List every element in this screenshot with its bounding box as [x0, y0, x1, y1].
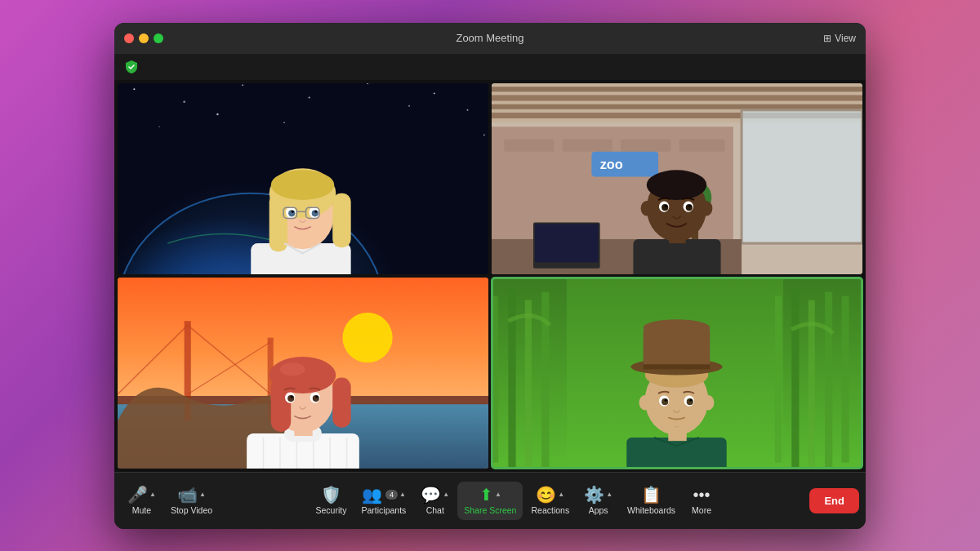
participants-chevron-icon: ▲ — [399, 491, 406, 498]
titlebar: Zoom Meeting ⊞ View — [114, 23, 866, 54]
svg-rect-53 — [633, 238, 720, 273]
toolbar-center: 🛡️ Security 👥 4 ▲ Participants 💬 ▲ Chat — [310, 482, 720, 520]
shield-icon — [124, 60, 139, 74]
svg-point-93 — [315, 395, 318, 398]
svg-rect-35 — [492, 95, 862, 100]
svg-point-11 — [408, 104, 410, 106]
svg-rect-113 — [644, 364, 710, 369]
svg-point-64 — [688, 204, 691, 207]
minimize-button[interactable] — [139, 33, 149, 43]
svg-point-108 — [639, 395, 651, 410]
svg-point-12 — [483, 134, 485, 136]
video-chevron-icon: ▲ — [199, 491, 206, 498]
reactions-button[interactable]: 😊 ▲ Reactions — [524, 482, 576, 520]
svg-rect-103 — [841, 295, 849, 462]
whiteboards-label: Whiteboards — [627, 505, 675, 515]
participants-button[interactable]: 👥 4 ▲ Participants — [354, 482, 412, 520]
svg-point-92 — [291, 395, 293, 398]
apps-chevron-icon: ▲ — [606, 491, 612, 498]
topbar — [114, 54, 866, 80]
security-label: Security — [316, 505, 347, 515]
mute-button[interactable]: 🎤 ▲ Mute — [121, 482, 163, 520]
more-button[interactable]: ••• More — [684, 482, 719, 520]
svg-rect-105 — [626, 438, 726, 469]
svg-point-87 — [280, 362, 305, 375]
svg-point-109 — [702, 395, 714, 410]
svg-point-4 — [309, 96, 310, 98]
svg-rect-34 — [492, 87, 862, 91]
more-label: More — [692, 505, 711, 515]
mute-chevron-icon: ▲ — [149, 491, 156, 498]
share-screen-label: Share Screen — [464, 505, 516, 515]
svg-point-114 — [644, 319, 710, 335]
svg-point-9 — [216, 113, 218, 114]
svg-point-6 — [434, 92, 435, 94]
svg-rect-85 — [271, 377, 291, 431]
svg-rect-21 — [332, 193, 350, 247]
microphone-icon: 🎤 — [127, 487, 148, 503]
svg-point-10 — [283, 122, 284, 122]
video-bg-4 — [492, 278, 862, 469]
video-cell-1 — [118, 83, 488, 274]
svg-point-56 — [647, 170, 706, 200]
svg-rect-95 — [492, 295, 498, 462]
reactions-icon: 😊 — [536, 487, 556, 503]
svg-rect-86 — [332, 377, 350, 427]
video-cell-3 — [118, 278, 488, 469]
svg-point-66 — [342, 313, 392, 362]
svg-point-2 — [183, 100, 185, 102]
svg-point-27 — [292, 210, 294, 212]
svg-point-58 — [701, 201, 712, 216]
svg-point-57 — [641, 201, 653, 216]
share-chevron-icon: ▲ — [495, 491, 501, 498]
chat-chevron-icon: ▲ — [443, 491, 449, 498]
svg-rect-45 — [679, 139, 725, 151]
apps-label: Apps — [589, 505, 608, 515]
participants-icon: 👥 — [362, 487, 382, 503]
stop-video-button[interactable]: 📹 ▲ Stop Video — [164, 482, 219, 520]
svg-rect-44 — [621, 139, 670, 151]
svg-point-28 — [314, 210, 317, 212]
whiteboards-button[interactable]: 📋 Whiteboards — [621, 482, 682, 520]
svg-rect-96 — [508, 287, 515, 469]
reactions-label: Reactions — [531, 505, 569, 515]
share-screen-button[interactable]: ⬆ ▲ Share Screen — [457, 482, 523, 520]
apps-button[interactable]: ⚙️ ▲ Apps — [577, 482, 619, 520]
chat-button[interactable]: 💬 ▲ Chat — [414, 482, 456, 520]
toolbar: 🎤 ▲ Mute 📹 ▲ Stop Video 🛡️ Security — [114, 472, 866, 529]
video-grid: zoo — [114, 80, 866, 472]
chat-icon: 💬 — [421, 487, 441, 503]
video-bg-2: zoo — [492, 83, 862, 274]
video-cell-2: zoo — [492, 83, 862, 274]
svg-point-1 — [133, 88, 135, 90]
participant-count: 4 — [385, 490, 398, 500]
share-screen-icon: ⬆ — [479, 487, 493, 503]
security-icon: 🛡️ — [321, 487, 341, 503]
chat-label: Chat — [426, 505, 444, 515]
grid-icon: ⊞ — [823, 33, 831, 44]
traffic-lights — [124, 33, 163, 43]
toolbar-left: 🎤 ▲ Mute 📹 ▲ Stop Video — [121, 482, 219, 520]
svg-rect-100 — [791, 287, 799, 469]
svg-point-119 — [665, 398, 667, 401]
zoom-window: Zoom Meeting ⊞ View — [114, 23, 866, 529]
maximize-button[interactable] — [154, 33, 163, 43]
view-button[interactable]: ⊞ View — [823, 33, 856, 44]
svg-rect-36 — [492, 104, 862, 109]
svg-rect-42 — [504, 139, 554, 151]
close-button[interactable] — [124, 33, 134, 43]
window-title: Zoom Meeting — [456, 32, 523, 44]
svg-point-8 — [158, 126, 160, 127]
svg-rect-102 — [825, 291, 832, 468]
svg-rect-39 — [742, 109, 862, 242]
security-button[interactable]: 🛡️ Security — [310, 482, 354, 520]
svg-point-7 — [466, 109, 468, 110]
end-button[interactable]: End — [809, 488, 859, 513]
toolbar-right: End — [809, 488, 859, 513]
camera-icon: 📹 — [177, 487, 198, 503]
video-bg-3 — [118, 278, 488, 469]
svg-point-63 — [665, 204, 667, 207]
svg-rect-43 — [563, 139, 612, 151]
stop-video-label: Stop Video — [171, 505, 212, 515]
more-icon: ••• — [693, 487, 710, 503]
